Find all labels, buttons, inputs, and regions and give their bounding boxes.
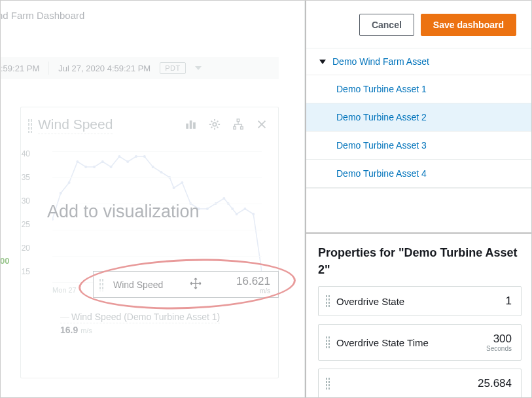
drag-handle-icon[interactable] xyxy=(27,118,33,133)
svg-point-17 xyxy=(135,155,137,158)
asset-tree-parent[interactable]: Demo Wind Farm Asset xyxy=(306,48,532,75)
cancel-button[interactable]: Cancel xyxy=(359,14,414,36)
asset-tree: Demo Wind Farm Asset Demo Turbine Asset … xyxy=(306,48,532,189)
property-value: 25.684 xyxy=(478,377,512,389)
svg-rect-5 xyxy=(234,127,236,130)
svg-point-31 xyxy=(236,213,238,215)
svg-point-22 xyxy=(173,187,175,189)
property-item[interactable]: Overdrive State Time300Seconds xyxy=(318,324,522,361)
page-title: nd Farm Dashboard xyxy=(1,10,84,21)
svg-rect-0 xyxy=(186,124,188,128)
asset-tree-item[interactable]: Demo Turbine Asset 4 xyxy=(306,160,532,188)
time-end-partial: :59:21 PM xyxy=(1,63,39,73)
svg-point-10 xyxy=(76,160,79,163)
properties-panel: Properties for "Demo Turbine Asset 2" Ov… xyxy=(306,232,532,398)
svg-rect-4 xyxy=(237,119,239,122)
svg-rect-1 xyxy=(190,121,192,129)
svg-point-3 xyxy=(213,122,216,126)
svg-point-32 xyxy=(243,208,246,210)
time-range-bar: :59:21 PM Jul 27, 2020 4:59:21 PM PDT xyxy=(1,57,279,79)
svg-point-19 xyxy=(152,166,154,168)
svg-point-26 xyxy=(206,208,209,210)
visualization-card[interactable]: Wind Speed 403530 252015 xyxy=(20,107,279,378)
asset-tree-item[interactable]: Demo Turbine Asset 1 xyxy=(306,75,532,103)
chart-legend: —Wind Speed (Demo Turbine Asset 1) 16.9 … xyxy=(60,312,220,335)
svg-rect-2 xyxy=(194,122,196,128)
timezone-badge[interactable]: PDT xyxy=(160,62,186,74)
drop-hint-text: Add to visualization xyxy=(47,202,200,222)
property-value: 300 xyxy=(493,333,512,345)
drag-handle-icon[interactable] xyxy=(325,336,330,349)
drag-handle-icon[interactable] xyxy=(325,377,330,390)
visualization-title[interactable]: Wind Speed xyxy=(38,117,113,134)
triangle-down-icon xyxy=(319,60,326,64)
svg-point-14 xyxy=(110,166,113,168)
x-tick: Mon 27 xyxy=(52,286,77,294)
property-drag-chip[interactable]: Wind Speed 16.621 m/s xyxy=(93,271,279,298)
svg-point-13 xyxy=(101,160,104,163)
svg-point-30 xyxy=(231,208,234,210)
svg-point-28 xyxy=(222,197,225,200)
hierarchy-icon[interactable] xyxy=(232,118,244,132)
chart-type-icon[interactable] xyxy=(185,118,197,132)
asset-parent-label: Demo Wind Farm Asset xyxy=(332,56,429,67)
svg-point-23 xyxy=(181,181,183,184)
properties-title: Properties for "Demo Turbine Asset 2" xyxy=(318,244,522,278)
svg-point-12 xyxy=(93,166,96,168)
svg-point-16 xyxy=(126,160,129,163)
gear-icon[interactable] xyxy=(209,118,221,132)
side-panel: Cancel Save dashboard Demo Wind Farm Ass… xyxy=(305,1,532,398)
divider xyxy=(48,62,49,75)
property-unit: Seconds xyxy=(486,346,512,352)
svg-point-9 xyxy=(68,181,71,184)
drag-chip-label: Wind Speed xyxy=(113,280,163,290)
svg-point-33 xyxy=(252,213,255,215)
asset-tree-item[interactable]: Demo Turbine Asset 3 xyxy=(306,132,532,160)
svg-point-18 xyxy=(143,155,146,158)
svg-point-8 xyxy=(60,192,62,194)
time-range-full: Jul 27, 2020 4:59:21 PM xyxy=(58,63,151,73)
svg-point-20 xyxy=(160,171,162,173)
svg-point-15 xyxy=(118,155,120,158)
property-value: 1 xyxy=(506,295,512,307)
property-name: Overdrive State Time xyxy=(336,337,429,348)
drag-chip-value: 16.621 xyxy=(236,275,270,287)
drag-chip-unit: m/s xyxy=(236,288,270,295)
drag-handle-icon[interactable] xyxy=(99,278,104,291)
asset-tree-item[interactable]: Demo Turbine Asset 2 xyxy=(306,103,532,132)
save-dashboard-button[interactable]: Save dashboard xyxy=(421,14,516,36)
property-name: Overdrive State xyxy=(336,296,404,307)
svg-point-11 xyxy=(84,166,87,168)
property-item[interactable]: Overdrive State1 xyxy=(318,286,522,316)
move-cursor-icon xyxy=(189,277,202,292)
close-icon[interactable] xyxy=(256,118,268,132)
property-item[interactable]: 25.684 xyxy=(318,369,522,398)
svg-rect-6 xyxy=(241,127,243,130)
drag-handle-icon[interactable] xyxy=(325,295,330,308)
chevron-down-icon[interactable] xyxy=(195,66,202,70)
adjacent-value-fragment: 00 xyxy=(1,256,9,266)
